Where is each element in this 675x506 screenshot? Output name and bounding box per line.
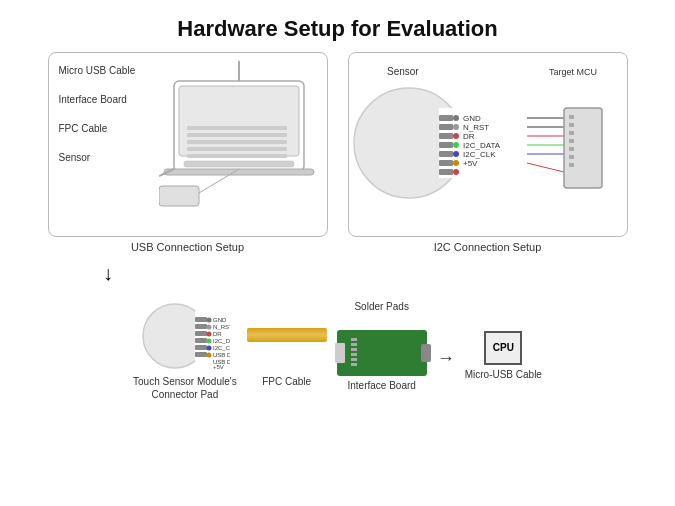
svg-text:I2C_DATA: I2C_DATA [463, 141, 501, 150]
svg-rect-5 [187, 140, 287, 144]
svg-text:+5V: +5V [213, 364, 224, 370]
svg-text:Sensor: Sensor [387, 66, 419, 77]
svg-point-25 [453, 133, 459, 139]
svg-rect-46 [569, 139, 574, 143]
cpu-item: CPU Micro-USB Cable [465, 313, 542, 380]
solder-pads-label: Solder Pads [354, 301, 408, 312]
svg-rect-21 [439, 160, 453, 166]
svg-point-27 [453, 151, 459, 157]
sensor-label-usb: Sensor [59, 152, 136, 163]
svg-rect-7 [187, 154, 287, 158]
svg-rect-20 [439, 151, 453, 157]
svg-text:Target MCU: Target MCU [549, 67, 597, 77]
connector-pad-item: GND N_RST DR I2C_DATA I2C_CLK USB D- USB… [133, 291, 237, 401]
svg-text:I2C_CLK: I2C_CLK [463, 150, 496, 159]
connector-left-icon [335, 343, 345, 363]
svg-point-64 [206, 353, 211, 358]
svg-rect-47 [569, 147, 574, 151]
svg-rect-3 [187, 126, 287, 130]
svg-text:DR: DR [213, 331, 222, 337]
svg-text:USB D-: USB D- [213, 352, 230, 358]
laptop-diagram [159, 61, 319, 211]
connector-pad-label: Touch Sensor Module'sConnector Pad [133, 375, 237, 401]
svg-rect-11 [159, 186, 199, 206]
svg-rect-44 [569, 123, 574, 127]
down-arrow-row: ↓ [95, 261, 655, 283]
cpu-box: CPU [484, 331, 522, 365]
cpu-label: CPU [493, 342, 514, 353]
svg-rect-45 [569, 131, 574, 135]
svg-point-28 [453, 160, 459, 166]
svg-rect-55 [195, 331, 207, 336]
svg-text:GND: GND [463, 114, 481, 123]
svg-rect-48 [569, 155, 574, 159]
svg-rect-4 [187, 133, 287, 137]
interface-board-item: Solder Pads Interface Board [337, 301, 427, 391]
svg-text:N_RST: N_RST [213, 324, 230, 330]
svg-rect-16 [439, 115, 453, 121]
right-arrow-icon: → [437, 349, 455, 367]
svg-point-63 [206, 346, 211, 351]
svg-rect-18 [439, 133, 453, 139]
svg-rect-53 [195, 317, 207, 322]
i2c-connection-box: Sensor GND N_RST DR [348, 52, 628, 237]
svg-point-23 [453, 115, 459, 121]
svg-rect-49 [569, 163, 574, 167]
svg-point-60 [206, 325, 211, 330]
fpc-cable-item: FPC Cable [247, 306, 327, 387]
usb-caption: USB Connection Setup [48, 241, 328, 253]
svg-point-29 [453, 169, 459, 175]
i2c-caption: I2C Connection Setup [348, 241, 628, 253]
svg-point-26 [453, 142, 459, 148]
svg-point-62 [206, 339, 211, 344]
micro-usb-label: Micro USB Cable [59, 65, 136, 76]
svg-text:I2C_DATA: I2C_DATA [213, 338, 230, 344]
svg-text:DR: DR [463, 132, 475, 141]
svg-point-61 [206, 332, 211, 337]
usb-port-icon [421, 344, 431, 362]
svg-rect-22 [439, 169, 453, 175]
svg-text:GND: GND [213, 317, 227, 323]
interface-board-label-usb: Interface Board [59, 94, 136, 105]
svg-text:I2C_CLK: I2C_CLK [213, 345, 230, 351]
fpc-cable-visual [247, 328, 327, 342]
micro-usb-label-bottom: Micro-USB Cable [465, 369, 542, 380]
fpc-cable-label-usb: FPC Cable [59, 123, 136, 134]
svg-rect-19 [439, 142, 453, 148]
svg-text:+5V: +5V [463, 159, 478, 168]
usb-connection-box: Micro USB Cable Interface Board FPC Cabl… [48, 52, 328, 237]
svg-text:N_RST: N_RST [463, 123, 489, 132]
arrow-right-item: → [437, 325, 455, 367]
down-arrow-icon: ↓ [103, 263, 113, 283]
page-title: Hardware Setup for Evaluation [0, 0, 675, 52]
interface-board-visual [337, 330, 427, 376]
svg-rect-43 [569, 115, 574, 119]
svg-rect-8 [164, 169, 314, 175]
svg-rect-1 [179, 86, 299, 156]
svg-rect-17 [439, 124, 453, 130]
interface-board-label-bottom: Interface Board [348, 380, 416, 391]
svg-rect-57 [195, 345, 207, 350]
svg-rect-54 [195, 324, 207, 329]
svg-rect-6 [187, 147, 287, 151]
svg-point-59 [206, 318, 211, 323]
svg-point-24 [453, 124, 459, 130]
svg-line-41 [527, 163, 564, 172]
usb-labels: Micro USB Cable Interface Board FPC Cabl… [59, 65, 136, 163]
fpc-cable-label-bottom: FPC Cable [262, 376, 311, 387]
svg-rect-56 [195, 338, 207, 343]
svg-rect-58 [195, 352, 207, 357]
svg-rect-2 [184, 161, 294, 167]
